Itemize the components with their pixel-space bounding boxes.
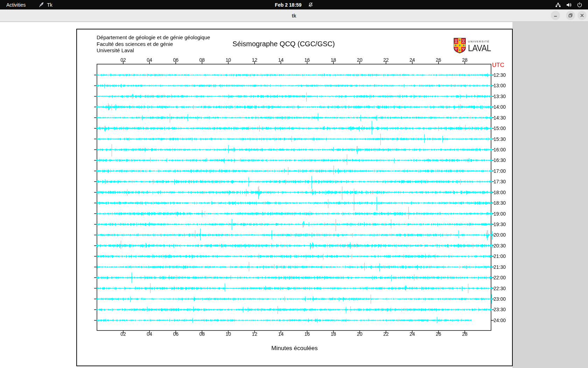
minute-tick-label-bottom: 10: [223, 331, 233, 337]
tk-canvas-widget: Département de géologie et de génie géol…: [0, 22, 512, 368]
minute-tick-label-bottom: 08: [197, 331, 207, 337]
clock[interactable]: Feb 2 18:59: [275, 2, 301, 8]
minute-tick-label-bottom: 14: [275, 331, 286, 337]
window-titlebar: tk: [0, 9, 588, 22]
minute-tick-label-bottom: 28: [460, 331, 470, 337]
utc-time-label: 22:00: [493, 275, 506, 280]
notifications-disabled-icon: [308, 2, 313, 7]
minute-tick-label-top: 26: [433, 57, 444, 63]
minute-tick-label-top: 22: [381, 57, 391, 63]
minute-tick-label-bottom: 22: [381, 331, 391, 337]
laval-shield-icon: [454, 38, 466, 55]
utc-time-label: 19:30: [493, 222, 506, 227]
x-axis-title: Minutes écoulées: [76, 345, 513, 352]
utc-time-label: 14:30: [493, 115, 506, 121]
utc-time-label: 16:30: [493, 157, 506, 163]
minimize-button[interactable]: [551, 11, 560, 20]
minute-tick-label-top: 14: [275, 57, 286, 63]
minute-tick-label-bottom: 02: [118, 331, 128, 337]
utc-time-label: 17:30: [493, 179, 506, 184]
utc-time-label: 17:00: [493, 168, 506, 174]
minute-tick-label-top: 16: [302, 57, 313, 63]
utc-time-label: 15:00: [493, 125, 506, 131]
utc-time-label: 24:00: [493, 318, 506, 323]
minute-tick-label-bottom: 24: [407, 331, 418, 337]
utc-axis-title: UTC: [492, 62, 504, 69]
utc-time-label: 12:30: [493, 72, 506, 78]
minute-tick-label-top: 08: [197, 57, 207, 63]
utc-time-label: 13:30: [493, 94, 506, 99]
logo-small-text: UNIVERSITÉ: [468, 40, 493, 43]
utc-time-label: 14:00: [493, 104, 506, 110]
minute-tick-label-bottom: 20: [355, 331, 365, 337]
network-icon: [555, 2, 561, 8]
universite-laval-logo: UNIVERSITÉ LAVAL: [454, 38, 493, 55]
power-icon: [577, 2, 582, 8]
minute-tick-label-top: 12: [249, 57, 260, 63]
seismograph-sheet: Département de géologie et de génie géol…: [76, 29, 513, 366]
minute-tick-label-top: 04: [144, 57, 155, 63]
header-line-3: Université Laval: [97, 47, 210, 54]
maximize-button[interactable]: [566, 11, 575, 20]
utc-time-label: 21:30: [493, 264, 506, 270]
utc-time-label: 20:30: [493, 243, 506, 248]
utc-time-label: 20:00: [493, 232, 506, 238]
system-status-area[interactable]: [555, 0, 588, 9]
utc-time-label: 21:00: [493, 253, 506, 259]
minute-tick-label-bottom: 04: [144, 331, 155, 337]
utc-time-label: 15:30: [493, 136, 506, 142]
utc-time-label: 16:00: [493, 147, 506, 152]
utc-time-label: 19:00: [493, 211, 506, 217]
window-title: tk: [0, 9, 588, 22]
minute-tick-label-bottom: 26: [433, 331, 444, 337]
utc-time-label: 23:30: [493, 307, 506, 312]
minute-tick-label-bottom: 12: [249, 331, 260, 337]
minute-tick-label-bottom: 06: [170, 331, 181, 337]
seismograph-plot: [76, 29, 513, 366]
minute-tick-label-top: 28: [460, 57, 470, 63]
minute-tick-label-top: 10: [223, 57, 233, 63]
utc-time-label: 18:30: [493, 200, 506, 206]
gnome-top-bar: Activities Tk Feb 2 18:59: [0, 0, 588, 9]
utc-time-label: 18:00: [493, 190, 506, 195]
close-button[interactable]: [578, 11, 587, 20]
volume-icon: [566, 2, 572, 8]
window-content: Département de géologie et de génie géol…: [0, 22, 588, 368]
minute-tick-label-top: 20: [355, 57, 365, 63]
utc-time-label: 22:30: [493, 286, 506, 291]
minute-tick-label-top: 24: [407, 57, 418, 63]
minute-tick-label-bottom: 18: [328, 331, 339, 337]
minute-tick-label-top: 18: [328, 57, 339, 63]
minute-tick-label-bottom: 16: [302, 331, 313, 337]
minute-tick-label-top: 06: [170, 57, 181, 63]
utc-time-label: 23:00: [493, 296, 506, 302]
utc-time-label: 13:00: [493, 83, 506, 88]
chart-title: Séismographe QCQ (CGC/GSC): [76, 40, 491, 48]
logo-large-text: LAVAL: [468, 43, 491, 53]
minute-tick-label-top: 02: [118, 57, 128, 63]
